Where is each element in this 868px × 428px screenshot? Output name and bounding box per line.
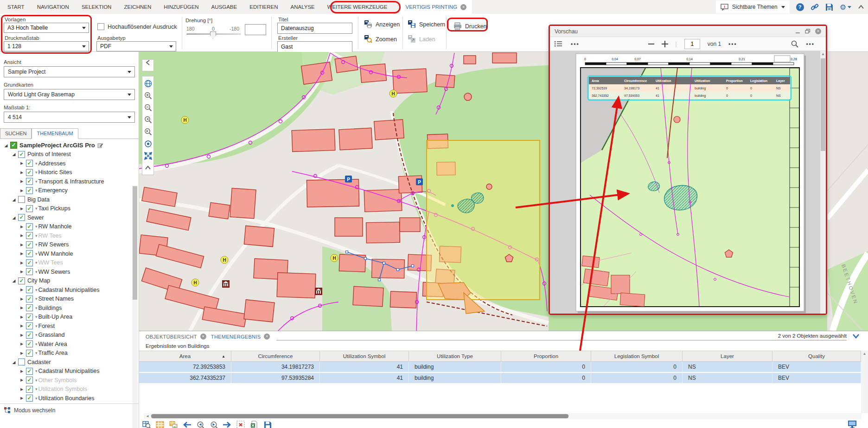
tree-item-transport-infrastructure[interactable]: ▶✓▾Transport & Infrastructure <box>0 177 139 186</box>
overview-globe-button[interactable] <box>142 77 153 89</box>
layer-checkbox[interactable]: ✓ <box>26 178 33 185</box>
rotation-slider-handle[interactable] <box>210 31 216 39</box>
ersteller-input[interactable]: Gast <box>277 41 352 52</box>
rotation-input[interactable] <box>245 24 266 35</box>
zoom-to-feature-button[interactable] <box>142 420 151 428</box>
previous-feature-button[interactable] <box>182 420 191 428</box>
layer-menu-caret[interactable]: ▾ <box>35 233 38 238</box>
expand-node-icon[interactable]: ▶ <box>19 243 25 247</box>
layer-checkbox[interactable]: ✓ <box>26 259 33 266</box>
layer-menu-caret[interactable]: ▾ <box>35 179 38 184</box>
preview-titlebar[interactable]: Vorschau × <box>550 26 826 37</box>
menu-item-selektion[interactable]: SELEKTION <box>82 4 112 10</box>
layer-checkbox[interactable]: ✓ <box>26 169 33 176</box>
layer-menu-caret[interactable]: ▾ <box>35 252 38 256</box>
zoom-out-button[interactable] <box>142 101 153 113</box>
close-tab-icon[interactable]: × <box>264 334 270 340</box>
tree-item-rw-manhole[interactable]: ▶✓▾RW Manhole <box>0 222 139 232</box>
layer-checkbox[interactable]: ✓ <box>10 142 17 149</box>
zoomen-button[interactable]: Zoomen <box>364 35 397 43</box>
layer-menu-caret[interactable]: ▾ <box>35 387 38 391</box>
expand-node-icon[interactable]: ▶ <box>19 288 25 292</box>
tree-item-utilization-boundaries[interactable]: ▶✓▾Utilization Boundaries <box>0 394 139 403</box>
column-header-utilization-type[interactable]: Utilization Type <box>409 351 501 361</box>
tab-objektuebersicht[interactable]: OBJEKTÜBERSICHT × <box>146 334 206 340</box>
menu-item-analyse[interactable]: ANALYSE <box>291 4 315 10</box>
ausgabetyp-select[interactable]: PDF <box>96 41 176 51</box>
link-icon[interactable] <box>811 3 819 11</box>
layer-checkbox[interactable]: ✓ <box>26 332 33 339</box>
expand-node-icon[interactable]: ▶ <box>19 306 25 310</box>
column-header-circumference[interactable]: Circumference <box>231 351 320 361</box>
attribute-table-button[interactable] <box>155 420 165 428</box>
ansicht-select[interactable]: Sample Project <box>4 66 135 77</box>
full-extent-button[interactable] <box>142 150 153 162</box>
collapse-panel-icon[interactable] <box>852 333 860 340</box>
tree-item-big-data[interactable]: ◢Big Data <box>0 195 139 204</box>
layer-checkbox[interactable]: ✓ <box>26 386 33 393</box>
layer-menu-caret[interactable]: ▾ <box>35 288 38 292</box>
tab-themenbaum[interactable]: THEMENBAUM <box>32 128 78 139</box>
more-options-icon[interactable]: ••• <box>571 41 580 47</box>
help-icon[interactable]: ? <box>796 3 804 11</box>
expand-node-icon[interactable]: ▶ <box>19 207 25 211</box>
expand-node-icon[interactable]: ▶ <box>19 333 25 337</box>
massstab-select[interactable]: 4 514 <box>4 112 135 123</box>
tree-item-buildings[interactable]: ▶✓▾Buildings <box>0 303 139 313</box>
expand-node-icon[interactable]: ▶ <box>19 351 25 355</box>
expand-node-icon[interactable]: ▶ <box>19 225 25 229</box>
druckmassstab-select[interactable]: 1 128 <box>4 41 89 51</box>
expand-node-icon[interactable]: ▶ <box>19 179 25 183</box>
tree-item-traffic-area[interactable]: ▶✓▾Traffic Area <box>0 349 139 358</box>
collapse-node-icon[interactable]: ◢ <box>11 152 17 157</box>
report-button[interactable] <box>169 420 178 428</box>
tree-item-addresses[interactable]: ▶✓▾Addresses <box>0 159 139 168</box>
menu-item-navigation[interactable]: NAVIGATION <box>37 4 69 10</box>
layer-menu-caret[interactable]: ▾ <box>35 333 38 337</box>
tree-item-ww-sewers[interactable]: ▶✓▾WW Sewers <box>0 267 139 277</box>
sidebar-scrollbar[interactable]: ▼ <box>132 185 138 428</box>
collapse-node-icon[interactable]: ◢ <box>11 215 17 220</box>
expand-node-icon[interactable]: ▶ <box>19 387 25 391</box>
tab-vertigis-printing[interactable]: VERTIGIS PRINTING × <box>400 0 472 14</box>
mode-switch-button[interactable]: Modus wechseln <box>0 403 139 417</box>
collapse-sidebar-button[interactable] <box>142 59 154 71</box>
tree-item-ww-tees[interactable]: ▶✓▾WW Tees <box>0 258 139 268</box>
layer-menu-caret[interactable]: ▾ <box>35 224 38 229</box>
scrollbar-thumb[interactable] <box>133 186 137 300</box>
grundkarten-select[interactable]: World Light Gray Basemap <box>4 89 135 100</box>
column-header-proportion[interactable]: Proportion <box>501 351 591 361</box>
expand-node-icon[interactable]: ▶ <box>19 297 25 301</box>
menu-item-editieren[interactable]: EDITIEREN <box>249 4 278 10</box>
results-hscrollbar[interactable]: ◄ <box>144 413 862 419</box>
layer-checkbox[interactable]: ✓ <box>26 268 33 275</box>
hires-checkbox[interactable]: Hochauflösender Ausdruck <box>97 23 177 30</box>
laden-button[interactable]: Laden <box>408 35 435 43</box>
collapse-node-icon[interactable]: ◢ <box>11 197 17 202</box>
minimize-icon[interactable] <box>795 29 800 34</box>
layer-checkbox[interactable]: ✓ <box>26 232 33 239</box>
layer-menu-caret[interactable]: ▾ <box>35 351 38 355</box>
layer-menu-caret[interactable]: ▾ <box>35 161 38 166</box>
page-options-icon[interactable]: ••• <box>728 41 737 47</box>
tab-suchen[interactable]: SUCHEN <box>0 128 32 138</box>
screen-icon[interactable] <box>848 420 857 428</box>
menu-item-ausgabe[interactable]: AUSGABE <box>211 4 237 10</box>
zoom-next-button[interactable] <box>142 126 153 138</box>
preview-scrollbar[interactable]: ▲ <box>820 51 826 314</box>
tree-item-city-map[interactable]: ◢✓City Map <box>0 277 139 286</box>
column-header-legislation-symbol[interactable]: Legislation Symbol <box>591 351 683 361</box>
tab-themenergebnis[interactable]: THEMENERGEBNIS × <box>211 334 270 340</box>
preview-window[interactable]: Vorschau × ••• | von 1 ••• ••• <box>549 25 827 315</box>
locate-button[interactable] <box>142 138 153 150</box>
expand-node-icon[interactable]: ▶ <box>19 233 25 238</box>
tree-item-grassland[interactable]: ▶✓▾Grassland <box>0 331 139 340</box>
layer-checkbox[interactable]: ✓ <box>26 322 33 329</box>
column-header-quality[interactable]: Quality <box>772 351 861 361</box>
layer-checkbox[interactable]: ✓ <box>26 286 33 293</box>
tree-item-utilization-symbols[interactable]: ▶✓▾Utilization Symbols <box>0 385 139 394</box>
expand-node-icon[interactable]: ▶ <box>19 378 25 382</box>
next-feature-button[interactable] <box>223 420 232 428</box>
scroll-up-icon[interactable]: ▲ <box>861 352 868 356</box>
collapse-toolbar-button[interactable] <box>142 162 153 174</box>
